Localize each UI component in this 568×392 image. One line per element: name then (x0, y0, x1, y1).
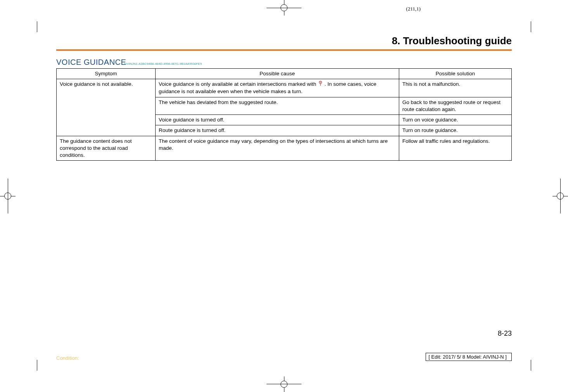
header-rule (56, 49, 512, 51)
page-content: 8. Troubleshooting guide VOICE GUIDANCEA… (56, 35, 512, 369)
cell-solution: This is not a malfunction. (399, 79, 512, 97)
tick-mark (531, 360, 531, 371)
page-coordinate: (211,1) (406, 6, 421, 12)
tick-mark (37, 21, 37, 32)
crop-mark-right (552, 179, 568, 213)
col-header-cause: Possible cause (156, 69, 399, 79)
crop-mark-left (0, 179, 16, 213)
cell-symptom: The guidance content does not correspond… (57, 136, 156, 161)
page-number: 8-23 (498, 330, 512, 338)
cell-solution: Turn on route guidance. (399, 125, 512, 136)
crop-mark-top (267, 0, 301, 16)
cell-cause: The vehicle has deviated from the sugges… (156, 97, 399, 114)
troubleshooting-table: Symptom Possible cause Possible solution… (56, 68, 512, 161)
cell-cause: Route guidance is turned off. (156, 125, 399, 136)
col-header-solution: Possible solution (399, 69, 512, 79)
crop-mark-bottom (267, 376, 301, 392)
cell-solution: Follow all traffic rules and regulations… (399, 136, 512, 161)
cell-cause: Voice guidance is only available at cert… (156, 79, 399, 97)
tick-mark (37, 360, 37, 371)
cell-solution: Turn on voice guidance. (399, 115, 512, 125)
condition-label: Condition: (56, 355, 79, 361)
map-pin-icon (319, 81, 322, 88)
svg-point-1 (320, 82, 321, 83)
table-row: Voice guidance is not available. Voice g… (57, 79, 512, 97)
chapter-title: 8. Troubleshooting guide (56, 35, 512, 47)
cause-text-pre: Voice guidance is only available at cert… (159, 81, 318, 87)
edit-info-box: [ Edit: 2017/ 5/ 8 Model: AIVINJ-N ] (426, 353, 512, 361)
table-row: The guidance content does not correspond… (57, 136, 512, 161)
section-heading-row: VOICE GUIDANCEAIVINJN1-A3BC94B6-484D-499… (56, 58, 512, 67)
cell-symptom: Voice guidance is not available. (57, 79, 156, 136)
cell-solution: Go back to the suggested route or reques… (399, 97, 512, 114)
cell-cause: The content of voice guidance may vary, … (156, 136, 399, 161)
table-header-row: Symptom Possible cause Possible solution (57, 69, 512, 79)
revision-id: AIVINJN1-A3BC94B6-484D-4996-8E51-9B1AA55… (124, 62, 202, 66)
tick-mark (531, 21, 531, 32)
section-title: VOICE GUIDANCE (56, 58, 126, 66)
col-header-symptom: Symptom (57, 69, 156, 79)
cell-cause: Voice guidance is turned off. (156, 115, 399, 125)
